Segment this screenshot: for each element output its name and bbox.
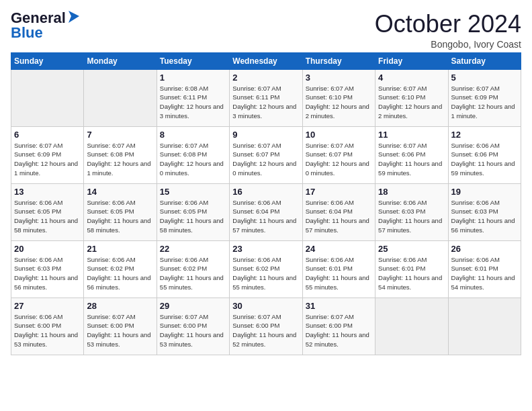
header: General Blue October 2024 Bongobo, Ivory… (11, 11, 521, 50)
calendar-cell-w3-d0: 13Sunrise: 6:06 AM Sunset: 6:05 PM Dayli… (11, 183, 84, 240)
svg-marker-0 (69, 11, 79, 23)
month-title: October 2024 (375, 11, 521, 38)
logo: General Blue (11, 11, 79, 40)
day-detail: Sunrise: 6:07 AM Sunset: 6:11 PM Dayligh… (232, 84, 299, 121)
week-row-2: 6Sunrise: 6:07 AM Sunset: 6:09 PM Daylig… (11, 126, 521, 183)
day-detail: Sunrise: 6:07 AM Sunset: 6:07 PM Dayligh… (232, 141, 299, 178)
day-detail: Sunrise: 6:07 AM Sunset: 6:00 PM Dayligh… (232, 312, 299, 349)
week-row-5: 27Sunrise: 6:06 AM Sunset: 6:00 PM Dayli… (11, 298, 521, 355)
location: Bongobo, Ivory Coast (375, 39, 521, 50)
calendar-cell-w3-d1: 14Sunrise: 6:06 AM Sunset: 6:05 PM Dayli… (84, 183, 157, 240)
calendar-cell-w3-d4: 17Sunrise: 6:06 AM Sunset: 6:04 PM Dayli… (302, 183, 375, 240)
day-number: 10 (306, 130, 372, 140)
day-detail: Sunrise: 6:06 AM Sunset: 6:05 PM Dayligh… (14, 198, 81, 235)
day-detail: Sunrise: 6:06 AM Sunset: 6:03 PM Dayligh… (378, 198, 445, 235)
day-number: 8 (160, 130, 226, 140)
day-number: 22 (160, 244, 226, 254)
day-number: 5 (451, 73, 518, 83)
calendar-cell-w3-d6: 19Sunrise: 6:06 AM Sunset: 6:03 PM Dayli… (448, 183, 521, 240)
calendar-cell-w4-d5: 25Sunrise: 6:06 AM Sunset: 6:01 PM Dayli… (375, 240, 448, 298)
calendar-cell-w1-d3: 2Sunrise: 6:07 AM Sunset: 6:11 PM Daylig… (230, 69, 302, 126)
header-wednesday: Wednesday (230, 52, 302, 69)
calendar-cell-w2-d5: 11Sunrise: 6:07 AM Sunset: 6:06 PM Dayli… (375, 126, 448, 183)
day-detail: Sunrise: 6:06 AM Sunset: 6:02 PM Dayligh… (160, 255, 226, 292)
week-row-4: 20Sunrise: 6:06 AM Sunset: 6:03 PM Dayli… (11, 240, 521, 298)
day-detail: Sunrise: 6:06 AM Sunset: 6:02 PM Dayligh… (232, 255, 299, 292)
calendar-cell-w5-d4: 31Sunrise: 6:07 AM Sunset: 6:00 PM Dayli… (302, 298, 375, 355)
day-detail: Sunrise: 6:07 AM Sunset: 6:10 PM Dayligh… (306, 84, 372, 121)
day-detail: Sunrise: 6:06 AM Sunset: 6:01 PM Dayligh… (306, 255, 372, 292)
calendar-cell-w1-d6: 5Sunrise: 6:07 AM Sunset: 6:09 PM Daylig… (448, 69, 521, 126)
calendar-cell-w5-d5 (375, 298, 448, 355)
header-sunday: Sunday (11, 52, 84, 69)
day-number: 1 (160, 73, 226, 83)
calendar-cell-w4-d6: 26Sunrise: 6:06 AM Sunset: 6:01 PM Dayli… (448, 240, 521, 298)
calendar-cell-w3-d3: 16Sunrise: 6:06 AM Sunset: 6:04 PM Dayli… (230, 183, 302, 240)
calendar-cell-w4-d0: 20Sunrise: 6:06 AM Sunset: 6:03 PM Dayli… (11, 240, 84, 298)
calendar-cell-w3-d2: 15Sunrise: 6:06 AM Sunset: 6:05 PM Dayli… (157, 183, 229, 240)
calendar-cell-w4-d2: 22Sunrise: 6:06 AM Sunset: 6:02 PM Dayli… (157, 240, 229, 298)
calendar-cell-w5-d0: 27Sunrise: 6:06 AM Sunset: 6:00 PM Dayli… (11, 298, 84, 355)
calendar-cell-w5-d6 (448, 298, 521, 355)
day-number: 15 (160, 187, 226, 197)
day-detail: Sunrise: 6:06 AM Sunset: 6:04 PM Dayligh… (306, 198, 372, 235)
day-number: 27 (14, 301, 81, 311)
calendar-cell-w5-d2: 29Sunrise: 6:07 AM Sunset: 6:00 PM Dayli… (157, 298, 229, 355)
header-thursday: Thursday (302, 52, 375, 69)
day-detail: Sunrise: 6:07 AM Sunset: 6:06 PM Dayligh… (378, 141, 445, 178)
page-container: General Blue October 2024 Bongobo, Ivory… (0, 0, 532, 361)
calendar-cell-w5-d1: 28Sunrise: 6:07 AM Sunset: 6:00 PM Dayli… (84, 298, 157, 355)
day-number: 9 (232, 130, 299, 140)
day-detail: Sunrise: 6:06 AM Sunset: 6:04 PM Dayligh… (232, 198, 299, 235)
calendar-cell-w5-d3: 30Sunrise: 6:07 AM Sunset: 6:00 PM Dayli… (230, 298, 302, 355)
day-number: 17 (306, 187, 372, 197)
day-number: 18 (378, 187, 445, 197)
calendar-cell-w1-d1 (84, 69, 157, 126)
day-number: 14 (87, 187, 153, 197)
day-detail: Sunrise: 6:06 AM Sunset: 6:02 PM Dayligh… (87, 255, 153, 292)
day-number: 29 (160, 301, 226, 311)
calendar-cell-w3-d5: 18Sunrise: 6:06 AM Sunset: 6:03 PM Dayli… (375, 183, 448, 240)
calendar-cell-w2-d4: 10Sunrise: 6:07 AM Sunset: 6:07 PM Dayli… (302, 126, 375, 183)
week-row-3: 13Sunrise: 6:06 AM Sunset: 6:05 PM Dayli… (11, 183, 521, 240)
calendar-cell-w2-d2: 8Sunrise: 6:07 AM Sunset: 6:08 PM Daylig… (157, 126, 229, 183)
day-detail: Sunrise: 6:07 AM Sunset: 6:09 PM Dayligh… (451, 84, 518, 121)
weekday-header-row: Sunday Monday Tuesday Wednesday Thursday… (11, 52, 521, 69)
day-detail: Sunrise: 6:07 AM Sunset: 6:00 PM Dayligh… (87, 312, 153, 349)
day-number: 11 (378, 130, 445, 140)
day-number: 13 (14, 187, 81, 197)
day-number: 4 (378, 73, 445, 83)
calendar-cell-w2-d0: 6Sunrise: 6:07 AM Sunset: 6:09 PM Daylig… (11, 126, 84, 183)
day-number: 7 (87, 130, 153, 140)
day-number: 20 (14, 244, 81, 254)
calendar-cell-w1-d2: 1Sunrise: 6:08 AM Sunset: 6:11 PM Daylig… (157, 69, 229, 126)
header-tuesday: Tuesday (157, 52, 229, 69)
day-detail: Sunrise: 6:06 AM Sunset: 6:05 PM Dayligh… (160, 198, 226, 235)
day-number: 26 (451, 244, 518, 254)
logo-text-general: General (11, 11, 66, 26)
day-detail: Sunrise: 6:07 AM Sunset: 6:00 PM Dayligh… (160, 312, 226, 349)
day-detail: Sunrise: 6:07 AM Sunset: 6:08 PM Dayligh… (87, 141, 153, 178)
calendar-cell-w4-d3: 23Sunrise: 6:06 AM Sunset: 6:02 PM Dayli… (230, 240, 302, 298)
week-row-1: 1Sunrise: 6:08 AM Sunset: 6:11 PM Daylig… (11, 69, 521, 126)
calendar-cell-w1-d5: 4Sunrise: 6:07 AM Sunset: 6:10 PM Daylig… (375, 69, 448, 126)
day-number: 25 (378, 244, 445, 254)
calendar-cell-w2-d6: 12Sunrise: 6:06 AM Sunset: 6:06 PM Dayli… (448, 126, 521, 183)
day-number: 28 (87, 301, 153, 311)
calendar-cell-w2-d3: 9Sunrise: 6:07 AM Sunset: 6:07 PM Daylig… (230, 126, 302, 183)
logo-bird-icon (67, 9, 79, 24)
day-detail: Sunrise: 6:06 AM Sunset: 6:01 PM Dayligh… (378, 255, 445, 292)
calendar-cell-w1-d4: 3Sunrise: 6:07 AM Sunset: 6:10 PM Daylig… (302, 69, 375, 126)
title-block: October 2024 Bongobo, Ivory Coast (375, 11, 521, 50)
day-detail: Sunrise: 6:06 AM Sunset: 6:05 PM Dayligh… (87, 198, 153, 235)
day-detail: Sunrise: 6:06 AM Sunset: 6:03 PM Dayligh… (14, 255, 81, 292)
day-detail: Sunrise: 6:06 AM Sunset: 6:00 PM Dayligh… (14, 312, 81, 349)
day-number: 21 (87, 244, 153, 254)
day-number: 31 (306, 301, 372, 311)
day-detail: Sunrise: 6:06 AM Sunset: 6:06 PM Dayligh… (451, 141, 518, 178)
day-number: 3 (306, 73, 372, 83)
day-detail: Sunrise: 6:06 AM Sunset: 6:01 PM Dayligh… (451, 255, 518, 292)
day-detail: Sunrise: 6:07 AM Sunset: 6:07 PM Dayligh… (306, 141, 372, 178)
header-friday: Friday (375, 52, 448, 69)
calendar-cell-w2-d1: 7Sunrise: 6:07 AM Sunset: 6:08 PM Daylig… (84, 126, 157, 183)
